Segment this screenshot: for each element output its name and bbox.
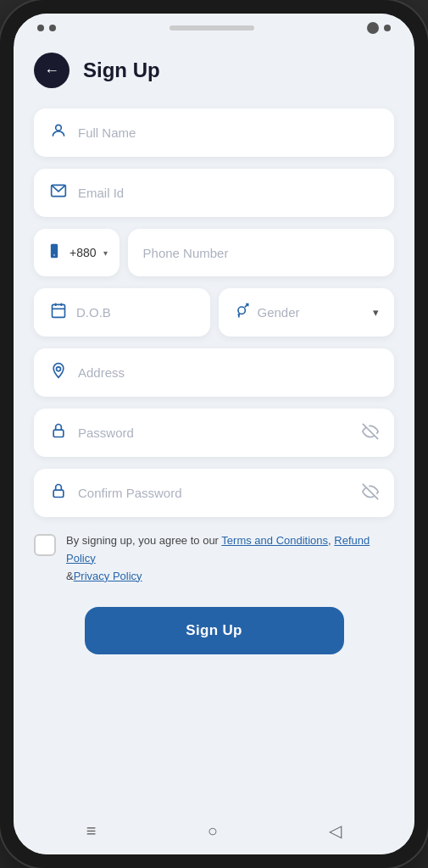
svg-point-13 [57, 367, 61, 371]
gender-placeholder: Gender [258, 305, 367, 320]
country-code-text: +880 [69, 246, 97, 259]
terms-prefix: By signing up, you agree to our [66, 534, 221, 547]
gender-field[interactable]: Gender ▾ [219, 288, 395, 337]
status-right-icons [367, 22, 391, 34]
svg-point-0 [56, 125, 62, 131]
password-placeholder: Password [78, 426, 352, 440]
back-arrow-icon: ← [44, 63, 59, 78]
terms-checkbox[interactable] [34, 534, 56, 556]
fullname-field[interactable]: Full Name [34, 108, 394, 157]
fullname-placeholder: Full Name [78, 125, 379, 140]
email-icon [49, 182, 68, 203]
status-center-bar [170, 25, 254, 31]
page-title: Sign Up [83, 58, 160, 82]
terms-row: By signing up, you agree to our Terms an… [34, 532, 394, 585]
address-placeholder: Address [78, 365, 379, 380]
status-dots [37, 25, 56, 31]
dropdown-caret-icon: ▾ [103, 248, 108, 258]
phone-frame: ← Sign Up Full Name [0, 0, 428, 868]
privacy-policy-link[interactable]: Privacy Policy [74, 570, 142, 582]
confirm-password-field[interactable]: Confirm Password [34, 469, 394, 517]
phone-device-icon [46, 242, 63, 263]
password-toggle-icon[interactable] [362, 423, 379, 443]
svg-rect-2 [51, 244, 58, 259]
calendar-icon [49, 302, 68, 323]
back-button[interactable]: ← [34, 53, 69, 88]
phone-number-field[interactable]: Phone Number [128, 229, 394, 276]
page-header: ← Sign Up [34, 53, 394, 88]
phone-placeholder: Phone Number [143, 246, 379, 260]
gender-chevron-icon: ▾ [373, 306, 379, 319]
screen-content: ← Sign Up Full Name [14, 39, 414, 810]
confirm-password-toggle-icon[interactable] [362, 483, 379, 504]
dob-field[interactable]: D.O.B [34, 288, 210, 337]
confirm-password-placeholder: Confirm Password [78, 486, 352, 500]
dob-placeholder: D.O.B [76, 305, 195, 320]
status-icon-1 [367, 22, 379, 34]
dob-gender-row: D.O.B Ge [34, 288, 394, 337]
status-dot-2 [49, 25, 56, 31]
home-nav-icon[interactable]: ○ [208, 821, 218, 841]
gender-icon [234, 303, 251, 323]
phone-row: +880 ▾ Phone Number [34, 229, 394, 276]
country-code-selector[interactable]: +880 ▾ [34, 229, 120, 276]
confirm-lock-icon [49, 482, 68, 504]
back-nav-icon[interactable]: ◁ [329, 821, 342, 841]
email-placeholder: Email Id [78, 186, 379, 200]
lock-icon [49, 422, 68, 443]
password-field[interactable]: Password [34, 409, 394, 457]
person-icon [49, 122, 68, 143]
address-field[interactable]: Address [34, 348, 394, 397]
terms-text: By signing up, you agree to our Terms an… [66, 532, 394, 585]
signup-button[interactable]: Sign Up [85, 607, 344, 654]
svg-point-8 [238, 307, 245, 314]
status-dot-1 [37, 25, 44, 31]
status-bar [14, 14, 414, 39]
svg-rect-4 [53, 304, 65, 317]
status-icon-2 [384, 25, 391, 31]
location-icon [49, 362, 68, 383]
signup-form: Full Name Email Id [34, 108, 394, 654]
phone-screen: ← Sign Up Full Name [14, 14, 414, 854]
svg-rect-16 [53, 490, 64, 497]
navigation-bar: ≡ ○ ◁ [14, 810, 414, 854]
terms-and-conditions-link[interactable]: Terms and Conditions [221, 534, 328, 547]
menu-nav-icon[interactable]: ≡ [86, 821, 97, 841]
svg-rect-14 [53, 430, 64, 437]
svg-point-3 [53, 254, 55, 256]
email-field[interactable]: Email Id [34, 169, 394, 217]
terms-ampersand: & [66, 570, 74, 582]
